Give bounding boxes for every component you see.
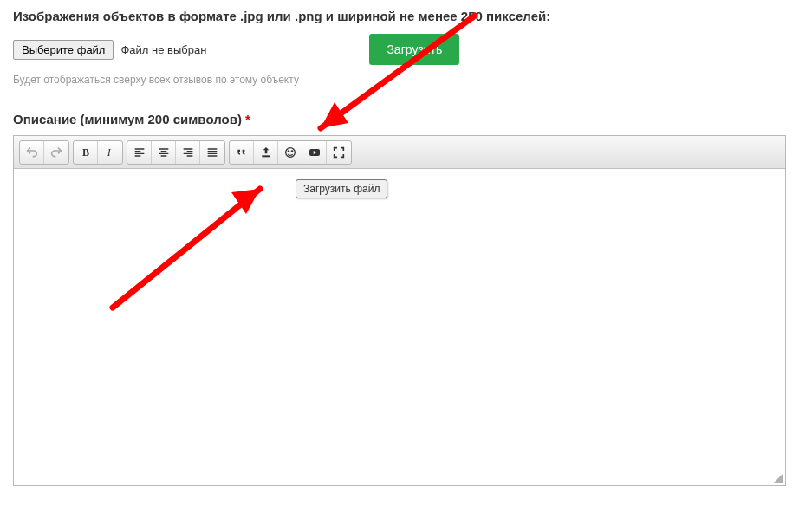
toolbar-group-insert <box>229 140 352 165</box>
upload-icon <box>259 146 273 159</box>
bold-button[interactable]: B <box>74 141 98 164</box>
align-justify-button[interactable] <box>200 141 224 164</box>
italic-button[interactable]: I <box>98 141 122 164</box>
toolbar-group-history <box>19 140 69 165</box>
svg-point-20 <box>288 151 289 152</box>
video-icon <box>308 146 322 159</box>
editor-textarea[interactable] <box>14 169 785 485</box>
svg-point-21 <box>291 151 292 152</box>
file-select-button[interactable]: Выберите файл <box>13 40 114 60</box>
editor-container: B I <box>13 135 786 486</box>
resize-handle[interactable] <box>773 473 783 483</box>
align-justify-icon <box>205 146 219 159</box>
quote-button[interactable] <box>230 141 254 164</box>
redo-button[interactable] <box>44 141 68 164</box>
emoji-icon <box>283 146 297 159</box>
upload-tooltip: Загрузить файл <box>296 179 387 198</box>
editor-toolbar: B I <box>14 136 785 169</box>
file-status-text: Файл не выбран <box>120 43 206 56</box>
upload-file-button[interactable] <box>254 141 278 164</box>
undo-icon <box>25 146 39 159</box>
align-left-icon <box>133 146 146 159</box>
undo-button[interactable] <box>20 141 44 164</box>
fullscreen-button[interactable] <box>327 141 351 164</box>
image-hint: Будет отображаться сверху всех отзывов п… <box>13 74 799 86</box>
align-left-button[interactable] <box>127 141 152 164</box>
bold-icon: B <box>79 146 93 159</box>
align-right-icon <box>181 146 195 159</box>
quote-icon <box>235 146 249 159</box>
svg-text:B: B <box>82 146 89 159</box>
emoji-button[interactable] <box>278 141 302 164</box>
fullscreen-icon <box>332 146 346 159</box>
toolbar-group-align <box>127 140 225 165</box>
align-center-icon <box>157 146 171 159</box>
italic-icon: I <box>103 146 117 159</box>
upload-button[interactable]: Загрузить <box>369 34 459 65</box>
required-asterisk: * <box>245 112 250 126</box>
svg-rect-18 <box>262 155 270 157</box>
file-row: Выберите файл Файл не выбран Загрузить <box>13 34 799 65</box>
svg-text:I: I <box>107 146 112 159</box>
redo-icon <box>49 146 63 159</box>
image-format-label: Изображения объектов в формате .jpg или … <box>13 9 799 23</box>
description-label-text: Описание (минимум 200 символов) <box>13 112 242 126</box>
video-button[interactable] <box>302 141 327 164</box>
align-right-button[interactable] <box>176 141 200 164</box>
toolbar-group-format: B I <box>73 140 123 165</box>
description-label: Описание (минимум 200 символов) * <box>13 112 799 126</box>
align-center-button[interactable] <box>152 141 176 164</box>
